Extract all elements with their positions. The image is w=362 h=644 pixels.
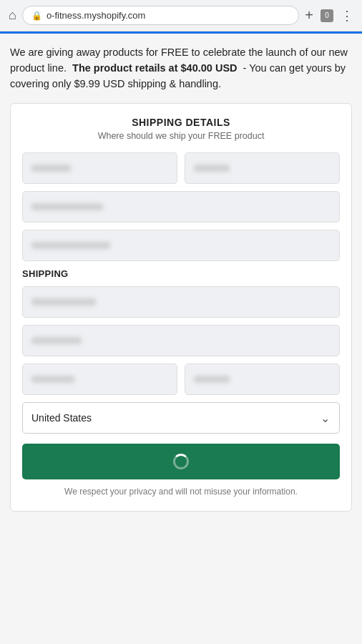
url-text: o-fitness.myshopify.com (47, 10, 145, 21)
promo-text-bold: The product retails at $40.00 USD (72, 62, 237, 74)
address2-field[interactable] (22, 230, 340, 261)
shipping-section-label: SHIPPING (22, 268, 340, 279)
promo-paragraph: We are giving away products for FREE to … (10, 45, 352, 92)
address-bar[interactable]: 🔒 o-fitness.myshopify.com (22, 6, 299, 25)
page-content: We are giving away products for FREE to … (0, 34, 362, 523)
name-row (22, 152, 340, 184)
state-field[interactable] (22, 325, 340, 356)
address-field[interactable] (22, 191, 340, 223)
lock-icon: 🔒 (31, 11, 42, 21)
country-wrapper: United States Canada United Kingdom Aust… (22, 402, 340, 434)
loading-spinner (173, 454, 189, 469)
card-title: SHIPPING DETAILS (22, 117, 340, 128)
card-subtitle: Where should we ship your FREE product (22, 131, 340, 141)
city-field[interactable] (22, 286, 340, 318)
zip-state-row (22, 364, 340, 395)
country-select[interactable]: United States Canada United Kingdom Aust… (22, 402, 340, 434)
browser-chrome: ⌂ 🔒 o-fitness.myshopify.com + 0 ⋮ (0, 0, 362, 31)
tab-count[interactable]: 0 (321, 9, 333, 22)
first-name-field[interactable] (22, 152, 177, 184)
home-button[interactable]: ⌂ (9, 8, 16, 23)
shipping-card: SHIPPING DETAILS Where should we ship yo… (10, 103, 352, 512)
last-name-field[interactable] (185, 152, 340, 184)
add-tab-button[interactable]: + (305, 7, 313, 24)
zip-field[interactable] (22, 364, 177, 395)
menu-button[interactable]: ⋮ (341, 8, 353, 24)
chrome-actions: + 0 ⋮ (305, 7, 353, 24)
submit-button[interactable] (22, 444, 340, 479)
privacy-text: We respect your privacy and will not mis… (22, 487, 340, 497)
postal-field[interactable] (185, 364, 340, 395)
